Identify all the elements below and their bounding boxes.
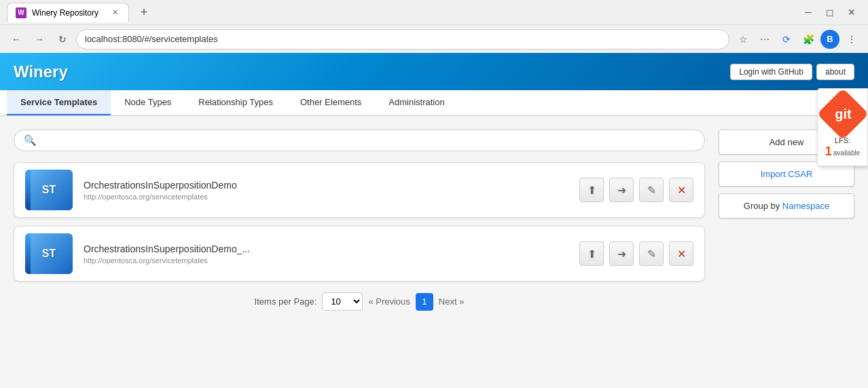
st-info: OrchestrationsInSuperpositionDemo http:/…: [84, 180, 568, 201]
nav-tabs: Service Templates Node Types Relationshi…: [0, 90, 868, 116]
maximize-button[interactable]: ◻: [820, 3, 839, 22]
search-input[interactable]: [42, 136, 695, 146]
browser-tab[interactable]: W Winery Repository ✕: [7, 3, 129, 22]
upload-button[interactable]: ⬆: [579, 241, 604, 266]
upload-button[interactable]: ⬆: [579, 178, 604, 202]
bookmark-button[interactable]: ☆: [734, 30, 753, 49]
tab-close-button[interactable]: ✕: [109, 7, 120, 18]
menu-button[interactable]: ⋮: [842, 30, 861, 49]
refresh-button[interactable]: ↻: [53, 30, 72, 49]
delete-button[interactable]: ✕: [669, 178, 693, 202]
header-buttons: Login with GitHub about: [730, 64, 854, 80]
main-content: 🔍 ST OrchestrationsInSuperpositionDemo h…: [0, 116, 868, 324]
tab-relationship-types[interactable]: Relationship Types: [185, 90, 287, 115]
page-1-button[interactable]: 1: [416, 293, 433, 311]
tab-service-templates[interactable]: Service Templates: [7, 90, 111, 115]
address-text: localhost:8080/#/servicetemplates: [85, 34, 218, 44]
git-panel: git LFS: 1 available: [817, 88, 868, 166]
next-button[interactable]: Next »: [439, 296, 465, 307]
extensions-button[interactable]: ⋯: [755, 30, 774, 49]
delete-button[interactable]: ✕: [669, 241, 693, 266]
edit-button[interactable]: ✎: [639, 178, 664, 202]
tab-title: Winery Repository: [32, 8, 98, 18]
browser-titlebar: W Winery Repository ✕ + ─ ◻ ✕: [0, 0, 868, 24]
about-button[interactable]: about: [816, 64, 854, 80]
back-button[interactable]: ←: [7, 30, 26, 49]
browser-toolbar: ← → ↻ localhost:8080/#/servicetemplates …: [0, 24, 868, 53]
address-bar[interactable]: localhost:8080/#/servicetemplates: [76, 29, 729, 50]
items-per-page-select[interactable]: 10 25 50 100: [322, 292, 363, 311]
st-icon: ST: [25, 170, 73, 210]
app-title: Winery: [14, 62, 68, 81]
pagination: Items per Page: 10 25 50 100 « Previous …: [14, 292, 705, 311]
service-template-item: ST OrchestrationsInSuperpositionDemo_...…: [14, 226, 705, 282]
st-name: OrchestrationsInSuperpositionDemo: [84, 180, 568, 191]
export-button[interactable]: ➜: [609, 241, 634, 266]
new-tab-button[interactable]: +: [134, 3, 153, 22]
app-container: Winery Login with GitHub about Service T…: [0, 53, 868, 388]
tab-favicon: W: [16, 7, 26, 18]
st-name: OrchestrationsInSuperpositionDemo_...: [84, 244, 568, 254]
prev-button[interactable]: « Previous: [368, 296, 410, 307]
git-available: available: [833, 149, 860, 157]
git-logo: git: [817, 88, 868, 140]
service-template-item: ST OrchestrationsInSuperpositionDemo htt…: [14, 162, 705, 218]
tab-other-elements[interactable]: Other Elements: [287, 90, 375, 115]
edit-button[interactable]: ✎: [639, 241, 664, 266]
git-count: 1: [825, 144, 832, 159]
git-lfs-info: LFS: 1 available: [825, 136, 861, 159]
extension-icon[interactable]: 🧩: [799, 30, 818, 49]
export-button[interactable]: ➜: [609, 178, 634, 202]
st-url: http://opentosca.org/servicetemplates: [84, 256, 568, 265]
translate-icon[interactable]: ⟳: [777, 30, 796, 49]
st-icon: ST: [25, 233, 73, 274]
profile-button[interactable]: B: [820, 30, 839, 49]
forward-button[interactable]: →: [30, 30, 49, 49]
minimize-button[interactable]: ─: [799, 3, 818, 22]
st-actions: ⬆ ➜ ✎ ✕: [579, 241, 693, 266]
search-box: 🔍: [14, 130, 705, 151]
tab-administration[interactable]: Administration: [375, 90, 458, 115]
st-url: http://opentosca.org/servicetemplates: [84, 193, 568, 201]
login-github-button[interactable]: Login with GitHub: [730, 64, 812, 80]
tab-node-types[interactable]: Node Types: [111, 90, 185, 115]
st-actions: ⬆ ➜ ✎ ✕: [579, 178, 693, 202]
close-window-button[interactable]: ✕: [842, 3, 861, 22]
left-panel: 🔍 ST OrchestrationsInSuperpositionDemo h…: [14, 130, 705, 311]
git-logo-text: git: [835, 106, 851, 122]
app-header: Winery Login with GitHub about: [0, 53, 868, 90]
items-per-page-label: Items per Page:: [255, 296, 317, 307]
st-info: OrchestrationsInSuperpositionDemo_... ht…: [84, 244, 568, 265]
group-by-namespace-button[interactable]: Group by Namespace: [719, 193, 854, 218]
search-icon: 🔍: [24, 134, 37, 147]
